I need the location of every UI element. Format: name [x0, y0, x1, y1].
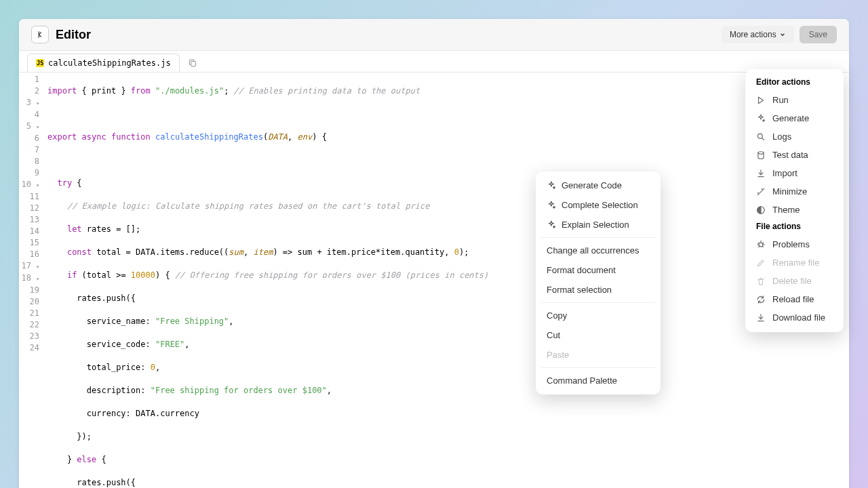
context-format-selection[interactable]: Format selection — [540, 280, 656, 300]
search-icon — [756, 132, 766, 142]
action-generate[interactable]: Generate — [748, 109, 841, 127]
context-complete-selection[interactable]: Complete Selection — [540, 195, 656, 215]
download-icon — [756, 169, 766, 178]
page-title: Editor — [56, 28, 722, 42]
context-paste: Paste — [540, 345, 656, 365]
context-cut[interactable]: Cut — [540, 325, 656, 345]
gutter: 123 ▾45 ▾678910 ▾11121314151617 ▾18 ▾192… — [19, 73, 45, 488]
chevron-down-icon — [779, 31, 786, 38]
download2-icon — [756, 313, 766, 323]
action-download-file[interactable]: Download file — [748, 308, 841, 327]
svg-point-2 — [758, 151, 764, 154]
editor-area[interactable]: 123 ▾45 ▾678910 ▾11121314151617 ▾18 ▾192… — [19, 73, 849, 488]
context-format-document[interactable]: Format document — [540, 260, 656, 280]
pencil-icon — [756, 258, 766, 268]
action-problems[interactable]: Problems — [748, 235, 841, 253]
save-button[interactable]: Save — [800, 26, 837, 43]
action-rename-file: Rename file — [748, 253, 841, 272]
file-actions-heading: File actions — [748, 219, 841, 235]
tab-bar: JS calculateShippingRates.js — [19, 51, 849, 73]
file-tab[interactable]: JS calculateShippingRates.js — [27, 54, 180, 72]
action-import[interactable]: Import — [748, 164, 841, 182]
context-explain-selection[interactable]: Explain Selection — [540, 215, 656, 235]
context-menu: Generate CodeComplete SelectionExplain S… — [536, 171, 660, 394]
reload-icon — [756, 295, 766, 304]
context-change-all-occurrences[interactable]: Change all occurrences — [540, 241, 656, 260]
trash-icon — [756, 277, 766, 286]
sparkle-icon — [547, 220, 556, 230]
action-test-data[interactable]: Test data — [748, 146, 841, 164]
sparkle-icon — [547, 181, 556, 190]
back-arrow-icon — [35, 30, 45, 39]
more-actions-button[interactable]: More actions — [722, 26, 794, 43]
wand-icon — [756, 187, 766, 197]
context-generate-code[interactable]: Generate Code — [540, 176, 656, 195]
sparkle-icon — [756, 114, 766, 123]
theme-icon — [756, 205, 766, 215]
action-delete-file: Delete file — [748, 272, 841, 290]
context-copy[interactable]: Copy — [540, 306, 656, 325]
svg-point-1 — [757, 134, 762, 138]
action-minimize[interactable]: Minimize — [748, 182, 841, 201]
code-block-1: 123 ▾45 ▾678910 ▾11121314151617 ▾18 ▾192… — [19, 73, 849, 488]
action-logs[interactable]: Logs — [748, 127, 841, 146]
editor-app: Editor More actions Save JS calculateShi… — [19, 19, 849, 488]
editor-actions-heading: Editor actions — [748, 75, 841, 91]
play-icon — [756, 96, 766, 105]
header: Editor More actions Save — [19, 19, 849, 51]
back-button[interactable] — [31, 26, 49, 43]
action-run[interactable]: Run — [748, 91, 841, 109]
code-lines[interactable]: import { print } from "./modules.js"; //… — [45, 73, 849, 488]
context-command-palette[interactable]: Command Palette — [540, 371, 656, 390]
svg-rect-0 — [191, 61, 195, 66]
copy-tab-icon[interactable] — [188, 58, 197, 68]
javascript-icon: JS — [36, 59, 44, 67]
more-actions-dropdown: Editor actionsRunGenerateLogsTest dataIm… — [745, 69, 844, 332]
db-icon — [756, 150, 766, 160]
action-theme[interactable]: Theme — [748, 201, 841, 219]
sparkle-icon — [547, 201, 556, 210]
tab-filename: calculateShippingRates.js — [48, 58, 171, 68]
bug-icon — [756, 240, 766, 249]
action-reload-file[interactable]: Reload file — [748, 290, 841, 308]
